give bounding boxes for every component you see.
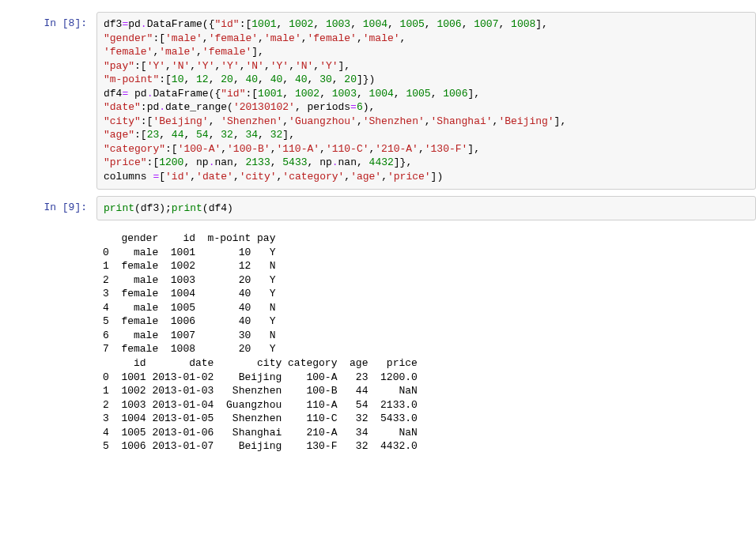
prompt-number: [8]: — [62, 17, 87, 29]
code-cell-9: In [9]: print(df3);print(df4) — [0, 196, 756, 221]
code-input-9[interactable]: print(df3);print(df4) — [96, 196, 756, 221]
prompt-number: [9]: — [62, 201, 87, 213]
code-cell-8: In [8]: df3=pd.DataFrame({"id":[1001, 10… — [0, 12, 756, 190]
prompt-in-9: In [9]: — [0, 196, 96, 221]
output-cell-9: gender id m-point pay 0 male 1001 10 Y 1… — [0, 227, 756, 458]
prompt-in-8: In [8]: — [0, 12, 96, 190]
prompt-out-blank — [0, 227, 96, 458]
stdout-output: gender id m-point pay 0 male 1001 10 Y 1… — [96, 227, 756, 458]
code-input-8[interactable]: df3=pd.DataFrame({"id":[1001, 1002, 1003… — [96, 12, 756, 190]
prompt-label: In — [43, 201, 62, 213]
prompt-label: In — [43, 17, 62, 29]
